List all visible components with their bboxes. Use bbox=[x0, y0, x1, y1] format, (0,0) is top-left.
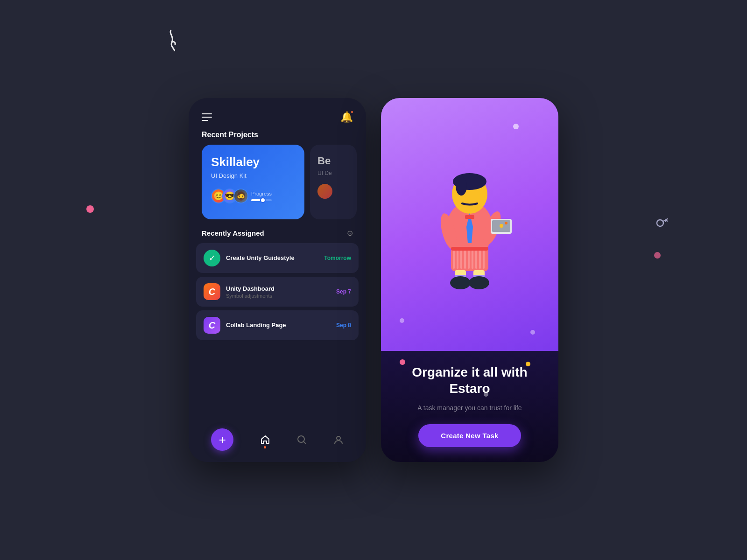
recently-assigned-header: Recently Assigned ⊙ bbox=[189, 219, 366, 243]
nav-fab-add[interactable]: + bbox=[211, 428, 233, 451]
notification-dot bbox=[350, 110, 354, 114]
svg-point-37 bbox=[469, 276, 489, 289]
project-card-main[interactable]: Skillaley UI Design Kit 😊 😎 🧔 Progress bbox=[202, 145, 304, 219]
project-name-secondary: Be bbox=[317, 155, 349, 167]
bg-decoration-dot-1 bbox=[86, 205, 94, 213]
task-item-1[interactable]: ✓ Create Unity Guidestyle Tomorrow bbox=[196, 243, 359, 273]
task-info-3: Collab Landing Page bbox=[226, 322, 336, 329]
task-item-2[interactable]: C Unity Dashboard Symbol adjustments Sep… bbox=[196, 277, 359, 307]
app-tagline: Organize it all with Estaro bbox=[395, 364, 544, 397]
hamburger-menu[interactable] bbox=[202, 113, 212, 121]
svg-rect-29 bbox=[483, 250, 485, 269]
svg-rect-24 bbox=[464, 250, 466, 269]
svg-rect-13 bbox=[465, 215, 474, 219]
svg-rect-22 bbox=[457, 250, 458, 269]
task-icon-check: ✓ bbox=[204, 250, 220, 266]
plus-icon: + bbox=[219, 434, 226, 446]
float-dot-3 bbox=[400, 318, 404, 323]
task-icon-unity: C bbox=[204, 283, 220, 300]
project-type-secondary: UI De bbox=[317, 170, 349, 176]
svg-point-19 bbox=[505, 222, 507, 224]
home-icon bbox=[260, 434, 270, 445]
task-name-3: Collab Landing Page bbox=[226, 322, 336, 329]
key-decoration bbox=[653, 212, 673, 234]
progress-thumb bbox=[260, 197, 266, 203]
task-info-2: Unity Dashboard Symbol adjustments bbox=[226, 285, 336, 299]
float-orange-right bbox=[526, 362, 530, 366]
svg-line-2 bbox=[666, 219, 667, 221]
phone-header: 🔔 bbox=[189, 98, 366, 131]
float-white-mid bbox=[484, 392, 488, 397]
task-icon-collab: C bbox=[204, 317, 220, 334]
task-date-2: Sep 7 bbox=[336, 288, 351, 295]
task-date-1: Tomorrow bbox=[324, 255, 351, 261]
svg-rect-27 bbox=[475, 250, 477, 269]
secondary-avatar bbox=[317, 184, 332, 199]
filter-icon[interactable]: ⊙ bbox=[347, 229, 353, 238]
svg-line-3 bbox=[665, 220, 666, 222]
task-info-1: Create Unity Guidestyle bbox=[226, 254, 324, 262]
project-name: Skillaley bbox=[211, 155, 295, 169]
create-new-task-button[interactable]: Create New Task bbox=[418, 424, 521, 447]
scribble-decoration bbox=[161, 27, 184, 57]
task-name-2: Unity Dashboard bbox=[226, 285, 336, 292]
svg-point-10 bbox=[456, 177, 467, 196]
progress-bar bbox=[251, 199, 272, 201]
projects-scroll: Skillaley UI Design Kit 😊 😎 🧔 Progress bbox=[189, 145, 366, 219]
nav-search[interactable] bbox=[296, 434, 307, 445]
profile-icon bbox=[333, 434, 344, 445]
task-sub-2: Symbol adjustments bbox=[226, 293, 336, 299]
svg-point-6 bbox=[337, 436, 340, 440]
project-type: UI Design Kit bbox=[211, 172, 295, 179]
svg-point-18 bbox=[500, 224, 503, 228]
project-card-secondary[interactable]: Be UI De bbox=[310, 145, 357, 219]
task-name-1: Create Unity Guidestyle bbox=[226, 254, 324, 261]
character-illustration bbox=[423, 150, 516, 299]
progress-label: Progress bbox=[251, 191, 272, 196]
svg-point-36 bbox=[450, 276, 471, 289]
search-icon bbox=[296, 434, 307, 445]
svg-point-0 bbox=[655, 218, 664, 227]
left-phone: 🔔 Recent Projects Skillaley UI Design Ki… bbox=[189, 98, 366, 462]
progress-fill bbox=[251, 199, 263, 201]
svg-line-5 bbox=[303, 441, 306, 444]
active-indicator bbox=[264, 446, 266, 448]
float-dot-1 bbox=[513, 124, 519, 129]
notification-bell[interactable]: 🔔 bbox=[340, 111, 353, 123]
bottom-nav: + bbox=[189, 421, 366, 462]
task-item-3[interactable]: C Collab Landing Page Sep 8 bbox=[196, 310, 359, 340]
svg-rect-26 bbox=[472, 250, 473, 269]
app-subtitle: A task manager you can trust for life bbox=[417, 403, 521, 413]
float-dot-2 bbox=[530, 330, 535, 335]
phone-bottom-section: Organize it all with Estaro A task manag… bbox=[381, 351, 558, 462]
recent-projects-title: Recent Projects bbox=[189, 131, 366, 145]
bg-decoration-dot-2 bbox=[654, 252, 661, 259]
nav-home[interactable] bbox=[260, 434, 270, 445]
nav-profile[interactable] bbox=[333, 434, 344, 445]
svg-rect-28 bbox=[479, 250, 481, 269]
svg-rect-38 bbox=[451, 247, 488, 251]
task-date-3: Sep 8 bbox=[336, 322, 351, 329]
svg-rect-21 bbox=[453, 250, 455, 269]
svg-rect-23 bbox=[460, 250, 462, 269]
avatars-row: 😊 😎 🧔 Progress bbox=[211, 189, 295, 203]
task-list: ✓ Create Unity Guidestyle Tomorrow C Uni… bbox=[189, 243, 366, 340]
phone-top-section bbox=[381, 98, 558, 351]
float-pink-left bbox=[400, 359, 405, 365]
svg-rect-25 bbox=[468, 250, 470, 269]
recently-assigned-title: Recently Assigned bbox=[202, 229, 264, 237]
phones-wrapper: 🔔 Recent Projects Skillaley UI Design Ki… bbox=[189, 98, 558, 462]
right-phone: Organize it all with Estaro A task manag… bbox=[381, 98, 558, 462]
avatar-3: 🧔 bbox=[233, 189, 248, 203]
